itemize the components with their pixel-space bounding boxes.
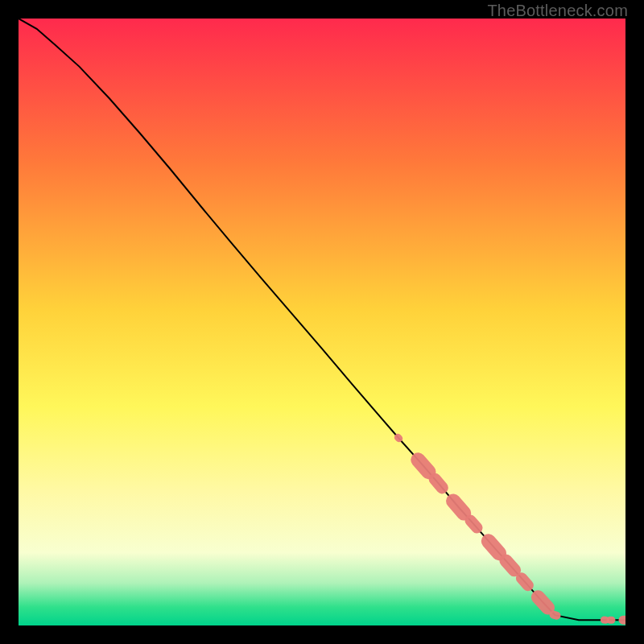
data-marker <box>398 437 398 439</box>
data-marker <box>522 578 528 585</box>
data-marker <box>506 560 514 570</box>
data-marker <box>435 479 442 488</box>
data-marker <box>538 597 547 608</box>
plot-area <box>19 19 625 625</box>
chart-stage: TheBottleneck.com <box>0 0 644 644</box>
chart-svg <box>19 19 625 625</box>
data-marker <box>453 501 464 513</box>
data-marker <box>418 460 428 472</box>
data-marker <box>489 541 499 553</box>
gradient-background <box>19 19 625 625</box>
data-marker <box>471 521 477 528</box>
credit-label: TheBottleneck.com <box>487 2 628 20</box>
data-marker <box>554 615 557 616</box>
